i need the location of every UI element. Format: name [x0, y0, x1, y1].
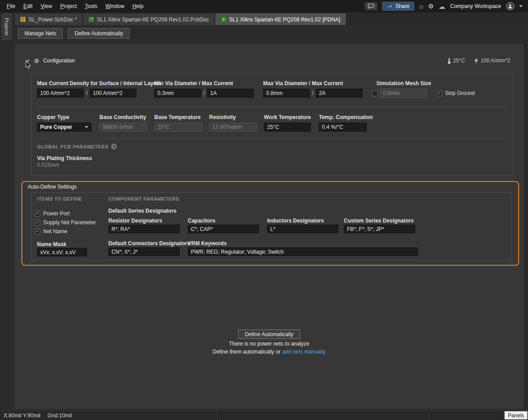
inductors-designators-label: Inductors Designators: [267, 218, 324, 224]
config-divider-2: [36, 138, 508, 139]
statusbar-separator: [429, 411, 429, 420]
lightning-icon: [474, 58, 478, 64]
copper-type-select[interactable]: Pure Copper: [37, 123, 91, 132]
empty-state-line2-text: Define them automatically or: [213, 349, 280, 355]
menu-bar: File Edit View Project Tools Window Help…: [0, 0, 528, 12]
comment-icon: [368, 4, 374, 9]
min-via-current-input[interactable]: [207, 89, 254, 98]
surface-current-density-input[interactable]: [37, 89, 84, 98]
skip-ground-checkbox[interactable]: [436, 91, 442, 96]
cloud-icon: ☁: [439, 3, 446, 10]
base-conductivity-label: Base Conductivity: [99, 114, 146, 120]
power-port-row: Power Port: [34, 210, 70, 217]
default-connectors-designators-input[interactable]: [108, 247, 180, 256]
net-name-label: Net Name: [43, 228, 67, 235]
person-icon: [507, 4, 513, 9]
workspace-label[interactable]: Company Workspace: [450, 3, 502, 9]
resistivity-input: [209, 123, 257, 132]
base-temperature-label: Base Temperature: [154, 114, 201, 120]
menu-view[interactable]: View: [37, 1, 56, 12]
slash-separator: /: [86, 90, 87, 96]
temperature-badge: 25°C: [447, 58, 465, 64]
vrm-keywords-input[interactable]: [188, 247, 418, 256]
document-tab-bar: SL_Power.SchDoc * SL1 Xilinx Spartan-IIE…: [0, 12, 528, 25]
global-pcb-header-row: GLOBAL PCB PARAMETERS ?: [37, 144, 117, 149]
capacitors-input[interactable]: [188, 225, 259, 233]
max-via-current-input[interactable]: [316, 89, 363, 98]
custom-series-designators-input[interactable]: [344, 225, 415, 233]
base-conductivity-input: [99, 123, 147, 132]
home-icon[interactable]: ⌂: [419, 3, 423, 9]
panels-button[interactable]: Panels: [504, 411, 528, 420]
items-to-define-header: ITEMS TO DEFINE: [37, 196, 82, 202]
comment-button[interactable]: [365, 2, 377, 10]
tab-pcbdoc-label: SL1 Xilinx Spartan-IIE PQ208 Rev1.02.Pcb…: [97, 16, 209, 23]
add-nets-manually-link[interactable]: add nets manually: [282, 349, 326, 355]
internal-current-density-input[interactable]: [90, 89, 136, 98]
define-automatically-center-button[interactable]: Define Automatically: [238, 329, 300, 339]
tab-pcbdoc[interactable]: SL1 Xilinx Spartan-IIE PQ208 Rev1.02.Pcb…: [83, 13, 214, 25]
pdna-doc-icon: [221, 16, 227, 22]
supply-net-parameter-row: Supply Net Parameter: [34, 219, 96, 226]
auto-define-settings-section: Auto-Define Settings ITEMS TO DEFINE Pow…: [21, 181, 519, 266]
define-automatically-button[interactable]: Define Automatically: [68, 28, 130, 39]
status-bar: X:80mil Y:90mil Grid:10mil Panels: [0, 410, 528, 420]
projects-panel-label: Projects: [4, 18, 9, 36]
skip-ground-label: Skip Ground: [445, 90, 475, 96]
custom-series-designators-label: Custom Series Designators: [344, 218, 414, 224]
configuration-title: Configuration: [43, 58, 75, 64]
mesh-size-checkbox[interactable]: [372, 91, 378, 96]
menu-file[interactable]: File: [3, 1, 19, 12]
name-mask-input[interactable]: [37, 248, 87, 256]
max-via-diameter-input[interactable]: [263, 89, 310, 98]
projects-panel-tab[interactable]: Projects: [2, 14, 12, 40]
resistor-designators-input[interactable]: [108, 225, 180, 233]
vrm-keywords-label: VRM Keywords: [188, 240, 227, 247]
power-port-checkbox[interactable]: [34, 211, 40, 217]
net-name-checkbox[interactable]: [34, 229, 40, 235]
inductors-designators-input[interactable]: [267, 225, 338, 233]
slash-separator: /: [203, 90, 205, 96]
net-name-row: Net Name: [34, 228, 67, 235]
tab-pdna[interactable]: SL1 Xilinx Spartan-IIE PQ208 Rev1.02 [PD…: [215, 13, 346, 25]
via-plating-thickness-value: 0.015mm: [37, 162, 59, 168]
auto-define-settings-box: ITEMS TO DEFINE Power Port Supply Net Pa…: [31, 192, 512, 260]
supply-net-parameter-checkbox[interactable]: [34, 220, 40, 226]
min-via-label: Min Via Diameter / Max Current: [154, 80, 233, 86]
user-avatar[interactable]: [506, 2, 514, 10]
manage-nets-button[interactable]: Manage Nets: [18, 28, 63, 39]
mesh-size-label: Simulation Mesh Size: [376, 80, 431, 86]
component-parameters-header: COMPONENT PARAMETERS: [108, 196, 179, 202]
min-via-group: /: [154, 89, 254, 98]
user-menu-caret-icon[interactable]: [519, 5, 523, 7]
titlebar-right-cluster: Share ⌂ ⚙ ☁ Company Workspace: [365, 2, 525, 11]
pdna-main-panel: ⚙ Configuration 25°C 100 A/mm^2 Max Curr…: [15, 44, 524, 409]
max-current-density-label: Max Current Density for Surface / Intern…: [37, 80, 161, 86]
share-button[interactable]: Share: [382, 2, 414, 11]
menu-project[interactable]: Project: [56, 1, 81, 12]
slash-separator: /: [312, 90, 314, 96]
min-via-diameter-input[interactable]: [154, 89, 201, 98]
supply-net-parameter-label: Supply Net Parameter: [43, 219, 96, 226]
help-icon[interactable]: ?: [111, 144, 117, 149]
mouse-cursor: [25, 61, 32, 69]
mesh-size-group: [372, 89, 427, 98]
pdna-toolbar: Manage Nets Define Automatically: [18, 28, 130, 39]
menu-tools[interactable]: Tools: [81, 1, 101, 12]
tab-schdoc[interactable]: SL_Power.SchDoc *: [15, 13, 82, 25]
grid-size: Grid:10mil: [47, 412, 72, 419]
share-icon: [387, 4, 392, 9]
work-temperature-input[interactable]: [264, 123, 311, 132]
gear-icon[interactable]: ⚙: [428, 3, 434, 9]
config-badges: 25°C 100 A/mm^2: [447, 58, 510, 64]
current-density-value: 100 A/mm^2: [481, 58, 510, 64]
temp-compensation-label: Temp. Compensation: [319, 114, 373, 120]
work-temperature-label: Work Temperature: [264, 114, 311, 120]
schematic-doc-icon: [20, 16, 26, 22]
empty-state-line2: Define them automatically oradd nets man…: [213, 349, 326, 355]
menu-window[interactable]: Window: [101, 1, 128, 12]
menu-edit[interactable]: Edit: [19, 1, 37, 12]
menu-help[interactable]: Help: [128, 1, 148, 12]
configuration-box: Max Current Density for Surface / Intern…: [31, 74, 513, 176]
temp-compensation-input[interactable]: [319, 123, 367, 132]
